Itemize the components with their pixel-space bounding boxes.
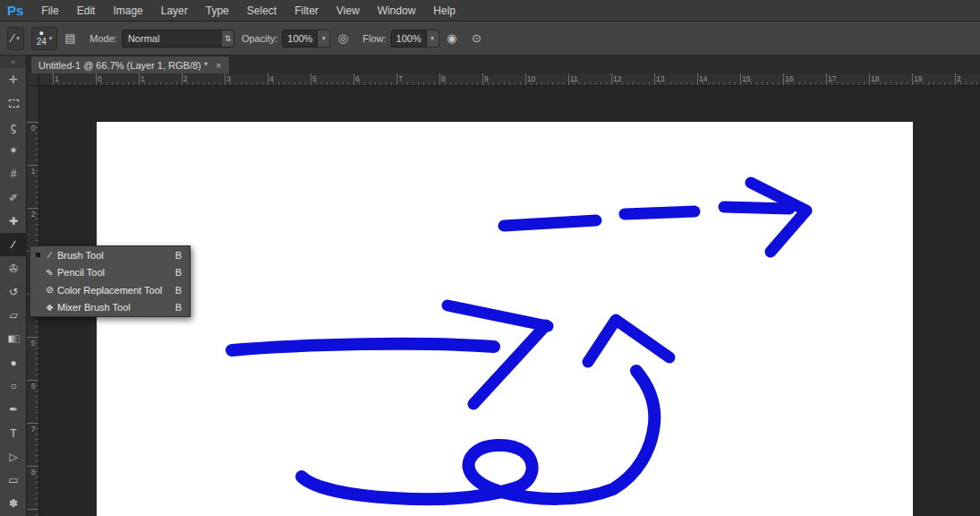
clone-stamp-tool[interactable]: ✇ [0,256,27,280]
marquee-icon [9,99,19,108]
crop-tool-icon: # [11,168,17,180]
blur-tool[interactable]: ● [0,351,27,374]
rectangular-marquee-tool[interactable] [0,91,27,115]
vruler-label: 1 [28,167,38,176]
close-icon[interactable]: × [216,60,221,71]
ruler-corner [27,73,39,86]
hruler-label: 12 [613,74,621,83]
flyout-item-color-replacement-tool[interactable]: ⊘Color Replacement ToolB [30,281,190,299]
brush-preset-picker[interactable]: ● 24 ▾ [31,27,58,50]
hruler-label: 6 [355,74,360,83]
flow-control[interactable]: 100% ▾ [391,30,439,47]
brush-preview: ● 24 [37,30,47,47]
eraser-tool[interactable]: ▱ [0,304,27,327]
airbrush-opacity-pressure-button[interactable]: ◎ [332,28,354,49]
current-tool-marker [34,253,42,257]
menu-file[interactable]: File [32,0,67,22]
type-tool[interactable]: T [0,421,27,444]
eraser-tool-icon: ▱ [9,309,17,322]
flow-value: 100% [391,30,427,47]
menu-help[interactable]: Help [424,0,464,22]
pen-tool-icon: ✒ [9,403,18,416]
eyedropper-tool-icon: ✐ [9,192,18,204]
quick-selection-tool[interactable]: ✶ [0,139,27,162]
vruler-label: 7 [28,425,38,434]
opacity-value: 100% [282,30,318,47]
menu-view[interactable]: View [328,0,369,22]
document-tab-bar: Untitled-1 @ 66.7% (Layer 1, RGB/8) * × [27,56,980,73]
options-bar: ∕ ▾ ● 24 ▾ ▤ Mode: Normal ⇅ Opacity: 100… [0,22,980,56]
lasso-tool[interactable]: ϛ [0,116,27,139]
opacity-control[interactable]: 100% ▾ [282,30,330,47]
menu-filter[interactable]: Filter [285,0,328,22]
toolbar-collapse-button[interactable]: » [0,56,27,68]
color-replacement-tool-icon: ⊘ [42,285,57,295]
brush-tool-icon: ∕ [42,250,57,260]
flyout-item-label: Color Replacement Tool [57,285,175,296]
chevron-down-icon: ▾ [427,30,439,47]
airbrush-mode-button[interactable]: ◉ [441,28,463,49]
shortcut-key: B [175,285,182,296]
move-tool[interactable]: ✛ [0,68,27,91]
vruler-label: 2 [28,210,38,219]
gradient-tool[interactable] [0,327,27,350]
mixer-brush-tool-icon: ❖ [42,303,57,313]
move-tool-icon: ✛ [9,73,18,86]
spinner-icon: ⇅ [221,30,234,47]
brush-tool[interactable]: ∕ [0,233,27,256]
eyedropper-tool[interactable]: ✐ [0,185,27,209]
canvas[interactable] [97,122,913,516]
hruler-label: 16 [785,74,793,83]
hruler-label: 19 [914,74,922,83]
hruler-label: 1 [141,74,145,83]
crop-tool[interactable]: # [0,162,27,185]
hruler-label: 9 [484,74,489,83]
hand-tool-icon: ✽ [9,497,18,510]
tools-panel: ✛ϛ✶#✐✚∕✇↺▱●○✒T▷▭✽ [0,68,27,516]
hruler-label: 2 [957,74,961,83]
brush-tool-flyout-menu: ∕Brush ToolB✎Pencil ToolB⊘Color Replacem… [30,245,191,317]
menu-layer[interactable]: Layer [152,0,197,22]
menu-select[interactable]: Select [238,0,285,22]
pen-tool[interactable]: ✒ [0,398,27,421]
hruler-label: 14 [699,74,707,83]
shortcut-key: B [175,267,182,278]
toggle-brush-panel-button[interactable]: ▤ [59,28,81,49]
hruler-label: 11 [570,74,578,83]
rectangle-tool[interactable]: ▭ [0,469,27,492]
document-tab[interactable]: Untitled-1 @ 66.7% (Layer 1, RGB/8) * × [30,56,230,73]
blend-mode-select[interactable]: Normal ⇅ [122,30,234,47]
spot-healing-brush-tool[interactable]: ✚ [0,210,27,233]
chevron-down-icon: ▾ [16,35,20,42]
blend-mode-value: Normal [123,33,221,44]
vruler-label: 5 [28,339,38,348]
dodge-tool[interactable]: ○ [0,374,27,398]
history-brush-tool[interactable]: ↺ [0,280,27,304]
lasso-tool-icon: ϛ [11,121,16,133]
pressure-size-button[interactable]: ⊙ [466,28,488,49]
airbrush-icon: ◉ [447,31,456,45]
flyout-item-mixer-brush-tool[interactable]: ❖Mixer Brush ToolB [30,299,190,317]
flyout-item-pencil-tool[interactable]: ✎Pencil ToolB [30,264,190,282]
type-tool-icon: T [10,427,16,440]
menu-bar: Ps FileEditImageLayerTypeSelectFilterVie… [0,0,980,22]
tool-preset-picker[interactable]: ∕ ▾ [7,27,24,50]
history-brush-tool-icon: ↺ [9,286,18,298]
gradient-icon [8,335,20,343]
hruler-label: 7 [398,74,403,83]
menu-edit[interactable]: Edit [68,0,105,22]
flyout-item-label: Brush Tool [57,250,175,261]
hruler-label: 5 [312,74,317,83]
dodge-tool-icon: ○ [10,380,16,392]
menu-type[interactable]: Type [197,0,238,22]
path-selection-tool-icon: ▷ [9,451,17,463]
hand-tool[interactable]: ✽ [0,492,27,515]
menu-image[interactable]: Image [104,0,151,22]
path-selection-tool[interactable]: ▷ [0,445,27,469]
blur-tool-icon: ● [10,357,16,369]
hruler-label: 1 [55,74,59,83]
photoshop-logo: Ps [0,3,32,18]
hruler-label: 2 [183,74,188,83]
flyout-item-brush-tool[interactable]: ∕Brush ToolB [30,246,190,264]
menu-window[interactable]: Window [369,0,425,22]
